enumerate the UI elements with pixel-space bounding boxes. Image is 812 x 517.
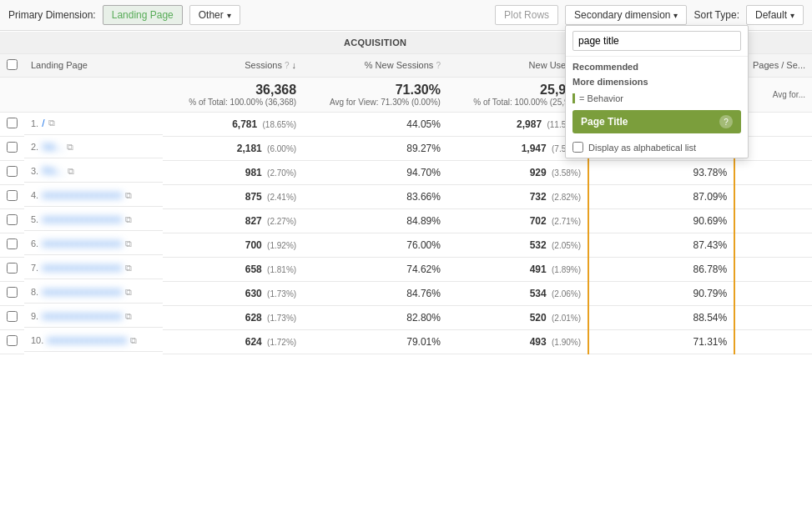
row-checkbox[interactable]	[7, 118, 18, 128]
pct-new-info-icon[interactable]: ?	[436, 61, 441, 70]
row-link-icon[interactable]: ⧉	[67, 142, 73, 153]
row-new-users-pct: (1.89%)	[552, 265, 581, 274]
row-link-icon[interactable]: ⧉	[68, 166, 74, 177]
row-landing-page-cell: 8.xxxxxxxxxxxxxxxx⧉	[24, 281, 163, 304]
table-row: 4.xxxxxxxxxxxxxxxx⧉875 (2.41%)83.66%732 …	[0, 184, 812, 208]
row-bounce-rate-cell: 90.69%	[588, 208, 734, 233]
row-pct-new-cell: 84.89%	[303, 208, 447, 233]
table-row: 10.xxxxxxxxxxxxxxxx⧉624 (1.72%)79.01%493…	[0, 329, 812, 354]
row-checkbox[interactable]	[7, 142, 18, 153]
row-link-icon[interactable]: ⧉	[125, 287, 132, 298]
row-new-users-value: 532	[530, 239, 547, 251]
sessions-info-icon[interactable]: ?	[285, 61, 290, 70]
row-link-icon[interactable]: ⧉	[125, 238, 132, 249]
summary-sessions-cell: 36,368 % of Total: 100.00% (36,368)	[163, 77, 303, 112]
row-checkbox-cell	[0, 233, 24, 257]
row-number: 9.	[31, 311, 38, 321]
summary-pages-sub: Avg for...	[742, 90, 805, 99]
row-link-icon[interactable]: ⧉	[125, 263, 132, 274]
summary-page-cell	[24, 77, 163, 112]
row-number: 10.	[31, 335, 43, 345]
summary-sessions-value: 36,368	[169, 83, 296, 98]
row-sessions-value: 6,781	[232, 118, 257, 130]
row-new-users-pct: (2.05%)	[552, 241, 581, 250]
summary-sessions-sub: % of Total: 100.00% (36,368)	[169, 98, 296, 107]
row-checkbox-cell	[0, 305, 24, 329]
row-bounce-rate-cell: 86.78%	[588, 257, 734, 281]
summary-new-users-value: 25,932	[454, 83, 581, 98]
row-page-blurred: xxxxxxxxxxxxxxxx	[42, 262, 122, 274]
row-landing-page-cell: 7.xxxxxxxxxxxxxxxx⧉	[24, 257, 163, 279]
table-row: 3./ho...⧉981 (2.70%)94.70%929 (3.58%)93.…	[0, 160, 812, 184]
row-new-users-cell: 929 (3.58%)	[447, 160, 588, 184]
secondary-dimension-dropdown: Recommended More dimensions = Behavior P…	[565, 25, 749, 158]
row-sessions-pct: (1.81%)	[267, 265, 296, 274]
dimension-search-input[interactable]	[572, 31, 741, 51]
primary-dimension-landing-page[interactable]: Landing Page	[103, 5, 183, 25]
plot-rows-button[interactable]: Plot Rows	[495, 5, 558, 25]
primary-dimension-other[interactable]: Other ▾	[189, 5, 240, 25]
row-sessions-value: 658	[245, 264, 262, 275]
row-number: 8.	[31, 287, 38, 297]
sessions-sort-icon[interactable]: ↓	[292, 60, 297, 70]
behavior-section-label: = Behavior	[566, 90, 748, 107]
sort-default-button[interactable]: Default ▾	[746, 5, 804, 25]
secondary-dimension-button[interactable]: Secondary dimension ▾	[565, 5, 687, 25]
row-landing-page-cell: 1./⧉	[24, 113, 163, 135]
row-new-users-cell: 493 (1.90%)	[447, 329, 588, 354]
row-sessions-cell: 628 (1.73%)	[163, 305, 303, 329]
row-pct-new-cell: 44.05%	[303, 112, 447, 136]
row-sessions-cell: 624 (1.72%)	[163, 329, 303, 354]
row-pages-cell	[734, 160, 812, 184]
row-pages-cell	[734, 305, 812, 329]
row-link-icon[interactable]: ⧉	[48, 118, 55, 128]
pages-col-label: Pages / Se...	[753, 60, 805, 70]
row-link-icon[interactable]: ⧉	[125, 190, 132, 201]
row-number: 2.	[31, 142, 38, 152]
row-new-users-pct: (2.82%)	[552, 193, 581, 202]
row-landing-page-cell: 2./se...⧉	[24, 136, 163, 158]
row-page-link[interactable]: /se...	[42, 141, 63, 153]
row-link-icon[interactable]: ⧉	[125, 311, 132, 322]
row-checkbox[interactable]	[7, 335, 18, 346]
alphabetical-label: Display as alphabetical list	[588, 143, 696, 153]
page-title-option[interactable]: Page Title ?	[572, 110, 741, 133]
row-landing-page-cell: 9.xxxxxxxxxxxxxxxx⧉	[24, 305, 163, 328]
row-sessions-cell: 2,181 (6.00%)	[163, 136, 303, 160]
row-page-link[interactable]: /	[42, 118, 44, 129]
row-checkbox[interactable]	[7, 214, 18, 225]
page-title-info-icon[interactable]: ?	[719, 115, 733, 128]
row-checkbox[interactable]	[7, 311, 18, 322]
summary-pct-new-cell: 71.30% Avg for View: 71.30% (0.00%)	[303, 77, 447, 112]
row-sessions-value: 630	[245, 288, 262, 299]
other-label: Other	[199, 9, 224, 21]
row-checkbox[interactable]	[7, 238, 18, 249]
more-dimensions-label: More dimensions	[566, 75, 748, 90]
row-pct-new-cell: 82.80%	[303, 305, 447, 329]
row-pages-cell	[734, 233, 812, 257]
row-sessions-value: 875	[245, 191, 262, 203]
row-link-icon[interactable]: ⧉	[125, 214, 132, 225]
row-sessions-pct: (2.41%)	[267, 193, 296, 202]
row-new-users-value: 493	[530, 336, 547, 348]
row-checkbox[interactable]	[7, 263, 18, 274]
alphabetical-checkbox-row[interactable]: Display as alphabetical list	[566, 137, 748, 158]
recommended-label: Recommended	[566, 57, 748, 75]
row-new-users-value: 702	[530, 215, 547, 227]
select-all-checkbox[interactable]	[7, 59, 18, 70]
row-new-users-value: 520	[530, 312, 547, 324]
row-checkbox-cell	[0, 257, 24, 281]
row-new-users-value: 732	[530, 191, 547, 203]
alphabetical-checkbox[interactable]	[572, 142, 583, 153]
row-new-users-cell: 532 (2.05%)	[447, 233, 588, 257]
row-page-link[interactable]: /ho...	[42, 165, 64, 177]
row-link-icon[interactable]: ⧉	[130, 335, 137, 346]
row-landing-page-cell: 5.xxxxxxxxxxxxxxxx⧉	[24, 208, 163, 231]
row-bounce-rate-cell: 90.79%	[588, 281, 734, 305]
row-sessions-pct: (1.73%)	[267, 289, 296, 299]
row-number: 7.	[31, 263, 38, 273]
row-new-users-value: 929	[530, 167, 547, 178]
row-checkbox[interactable]	[7, 287, 18, 298]
row-checkbox[interactable]	[7, 190, 18, 201]
row-checkbox[interactable]	[7, 166, 18, 177]
